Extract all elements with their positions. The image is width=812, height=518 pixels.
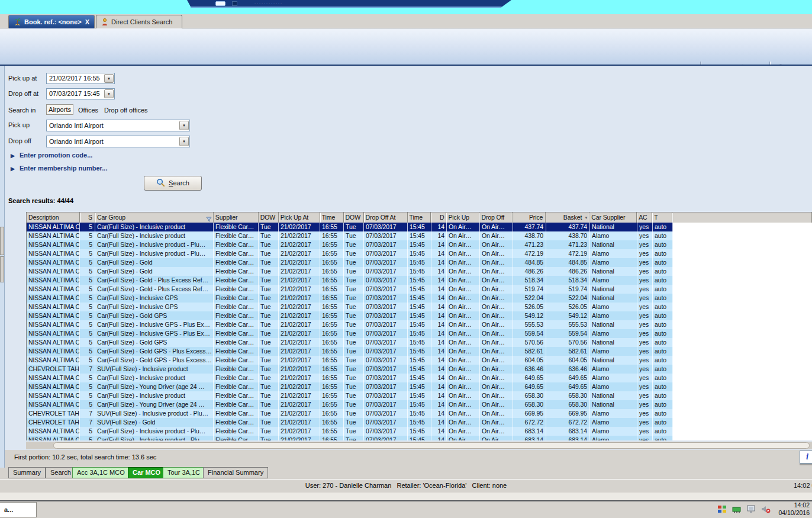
column-header-ac[interactable]: AC <box>637 213 652 223</box>
cell-supplier: Flexible Car… <box>214 382 259 391</box>
cell-pudate: 21/02/2017 <box>279 285 320 294</box>
table-row[interactable]: NISSAN ALTIMA OR …5Car(Full Size) - Incl… <box>27 329 812 338</box>
column-header-price[interactable]: Price <box>513 213 546 223</box>
table-row[interactable]: NISSAN ALTIMA OR …5Car(Full Size) - Youn… <box>27 382 812 391</box>
cell-carsup: Alamo <box>590 311 637 320</box>
cell-price: 438.70 <box>513 231 546 240</box>
table-row[interactable]: NISSAN ALTIMA OR …5Car(Full Size) - Gold… <box>27 285 812 294</box>
table-row[interactable]: NISSAN ALTIMA OR …5Car(Full Size) - Youn… <box>27 400 812 409</box>
search-in-option-offices[interactable]: Offices <box>78 107 98 114</box>
filter-funnel-icon[interactable] <box>206 215 212 223</box>
table-row[interactable]: NISSAN ALTIMA OR …5Car(Full Size) - Gold… <box>27 267 812 276</box>
cell-dodate: 07/03/2017 <box>364 347 408 356</box>
column-header-dow1[interactable]: DOW <box>259 213 279 223</box>
tab-label: Book. ref.: <none> <box>24 18 82 25</box>
column-header-desc[interactable]: Description <box>27 213 80 223</box>
table-row[interactable]: NISSAN ALTIMA OR …5Car(Full Size) - Gold… <box>27 347 812 356</box>
cell-price: 471.23 <box>513 240 546 249</box>
table-row[interactable]: NISSAN ALTIMA OR …5Car(Full Size) - Incl… <box>27 294 812 303</box>
bottom-tab-search[interactable]: Search <box>46 467 76 478</box>
table-row[interactable]: NISSAN ALTIMA OR …5Car(Full Size) - Incl… <box>27 223 812 231</box>
membership-number-expander[interactable]: ▶Enter membership number... <box>11 165 107 172</box>
table-row[interactable]: NISSAN ALTIMA OR …5Car(Full Size) - Gold… <box>27 258 812 267</box>
cell-pudate: 21/02/2017 <box>279 258 320 267</box>
bottom-tab-car-mco[interactable]: Car MCO <box>128 467 165 478</box>
column-header-dropoff[interactable]: Drop Off <box>479 213 513 223</box>
bottom-tab-summary[interactable]: Summary <box>8 467 46 478</box>
taskbar-app-button[interactable]: a... <box>0 502 37 517</box>
column-header-pickup[interactable]: Pick Up <box>446 213 479 223</box>
clipped-table-row[interactable]: NISSAN ALTIMA OR …5Car(Full Size) - Incl… <box>27 436 812 440</box>
cell-dropoff: On Air… <box>480 382 513 391</box>
cell-dow1: Tue <box>259 347 279 356</box>
pick-up-at-combobox[interactable]: 21/02/2017 16:55 ▼ <box>46 73 115 84</box>
tab-close-icon[interactable]: X <box>85 18 89 25</box>
dropdown-arrow-icon[interactable]: ▼ <box>179 121 189 130</box>
column-header-t[interactable]: T <box>652 213 672 223</box>
cell-dodate: 07/03/2017 <box>364 249 408 258</box>
table-row[interactable]: NISSAN ALTIMA OR …5Car(Full Size) - Incl… <box>27 231 812 240</box>
table-row[interactable]: NISSAN ALTIMA OR …5Car(Full Size) - Incl… <box>27 391 812 400</box>
table-row[interactable]: NISSAN ALTIMA OR …5Car(Full Size) - Incl… <box>27 320 812 329</box>
tab-booking-ref[interactable]: Book. ref.: <none> X <box>8 15 95 28</box>
drop-off-at-combobox[interactable]: 07/03/2017 15:45 ▼ <box>46 88 115 99</box>
table-row[interactable]: NISSAN ALTIMA OR …5Car(Full Size) - Gold… <box>27 311 812 320</box>
tray-volume-muted-icon[interactable] <box>761 504 771 514</box>
dropdown-arrow-icon[interactable]: ▼ <box>179 137 189 146</box>
tray-network-card-icon[interactable] <box>732 504 742 514</box>
table-row[interactable]: NISSAN ALTIMA OR …5Car(Full Size) - Incl… <box>27 374 812 382</box>
table-row[interactable]: CHEVROLET TAHOE …7SUV(Full Size) - Inclu… <box>27 409 812 418</box>
column-header-dow2[interactable]: DOW <box>344 213 364 223</box>
promotion-code-expander[interactable]: ▶Enter promotion code... <box>11 152 92 159</box>
cell-ac: yes <box>637 409 653 418</box>
cell-dodate: 07/03/2017 <box>364 338 408 347</box>
bottom-tab-financial-summary[interactable]: Financial Summary <box>203 467 268 478</box>
cell-desc: NISSAN ALTIMA OR … <box>27 436 80 440</box>
pick-up-combobox[interactable]: Orlando Intl Airport ▼ <box>46 120 190 131</box>
tab-direct-clients-search[interactable]: Direct Clients Search <box>96 15 182 28</box>
info-button[interactable]: i <box>800 451 812 464</box>
cell-s: 5 <box>80 249 95 258</box>
table-row[interactable]: NISSAN ALTIMA OR …5Car(Full Size) - Incl… <box>27 303 812 311</box>
search-in-option-airports[interactable]: Airports <box>46 104 73 115</box>
cell-ac: yes <box>637 374 653 382</box>
cell-supplier: Flexible Car… <box>214 320 259 329</box>
cell-group: Car(Full Size) - Inclusive GPS - Plus Ex… <box>95 320 214 329</box>
drop-off-combobox[interactable]: Orlando Intl Airport ▼ <box>46 136 190 147</box>
column-header-d[interactable]: D <box>431 213 446 223</box>
column-header-pudate[interactable]: Pick Up At <box>279 213 320 223</box>
column-header-group[interactable]: Car Group <box>95 213 214 223</box>
table-row[interactable]: NISSAN ALTIMA OR …5Car(Full Size) - Incl… <box>27 436 812 440</box>
tray-display-icon[interactable] <box>746 504 756 514</box>
search-button[interactable]: Search <box>144 176 202 191</box>
column-header-s[interactable]: S <box>80 213 95 223</box>
column-header-basket[interactable]: Basket▼ <box>546 213 589 223</box>
cell-group: Car(Full Size) - Gold - Plus Excess Ref… <box>95 276 214 285</box>
column-header-supplier[interactable]: Supplier <box>214 213 259 223</box>
bottom-tab-tour[interactable]: Tour 3A,1C <box>163 467 205 478</box>
table-row[interactable]: NISSAN ALTIMA OR …5Car(Full Size) - Incl… <box>27 240 812 249</box>
cell-basket: 472.19 <box>546 249 590 258</box>
horizontal-scrollbar-thumb[interactable] <box>53 442 810 449</box>
table-row[interactable]: NISSAN ALTIMA OR …5Car(Full Size) - Incl… <box>27 427 812 436</box>
tray-app-icon[interactable] <box>717 504 727 514</box>
cell-pudate: 21/02/2017 <box>279 391 320 400</box>
column-header-dodate[interactable]: Drop Off At <box>364 213 408 223</box>
column-header-dotime[interactable]: Time <box>408 213 431 223</box>
column-header-carsup[interactable]: Car Supplier <box>589 213 637 223</box>
dropdown-arrow-icon[interactable]: ▼ <box>104 89 114 98</box>
table-row[interactable]: NISSAN ALTIMA OR …5Car(Full Size) - Gold… <box>27 356 812 365</box>
bottom-tab-acc-mco[interactable]: Acc 3A,1C MCO <box>72 467 130 478</box>
cell-dodate: 07/03/2017 <box>364 329 408 338</box>
table-row[interactable]: CHEVROLET TAHOE …7SUV(Full Size) - Inclu… <box>27 365 812 374</box>
table-row[interactable]: CHEVROLET TAHOE …7SUV(Full Size) - GoldF… <box>27 418 812 427</box>
cell-dodate: 07/03/2017 <box>364 418 408 427</box>
table-row[interactable]: NISSAN ALTIMA OR …5Car(Full Size) - Incl… <box>27 249 812 258</box>
dropdown-arrow-icon[interactable]: ▼ <box>104 74 114 83</box>
pick-up-at-label: Pick up at <box>8 75 37 82</box>
cell-carsup: Alamo <box>590 418 637 427</box>
table-row[interactable]: NISSAN ALTIMA OR …5Car(Full Size) - Gold… <box>27 338 812 347</box>
column-header-putime[interactable]: Time <box>320 213 344 223</box>
search-in-option-drop-off-offices[interactable]: Drop off offices <box>104 107 148 114</box>
table-row[interactable]: NISSAN ALTIMA OR …5Car(Full Size) - Gold… <box>27 276 812 285</box>
